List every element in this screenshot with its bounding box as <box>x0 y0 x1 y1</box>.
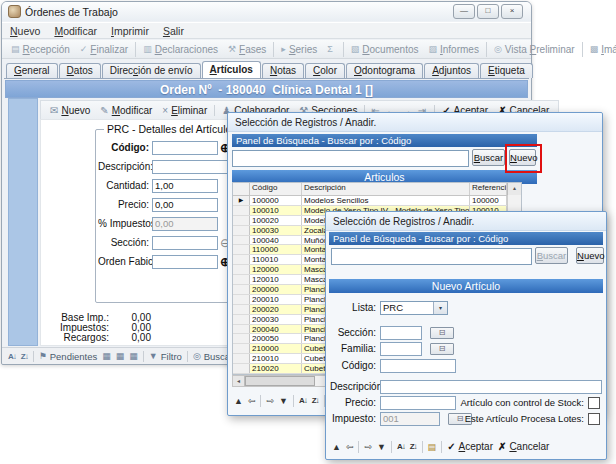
scroll-left-icon[interactable]: ◂ <box>233 376 245 386</box>
toolbar-button-label: Fases <box>239 44 266 55</box>
lotes-checkbox[interactable] <box>588 413 600 425</box>
restore-button[interactable]: □ <box>477 4 499 19</box>
familia-browse-button[interactable]: ⊟ <box>430 343 454 355</box>
tab-general[interactable]: General <box>6 63 58 78</box>
column-header-descripcion[interactable]: Descripción <box>302 183 470 195</box>
codigo-field[interactable] <box>380 359 456 373</box>
nuevo-button[interactable]: Nuevo <box>576 247 604 264</box>
close-button[interactable]: × <box>501 4 523 19</box>
cancelar-button[interactable]: ✗ Cancelar <box>498 441 549 452</box>
sort-az-icon[interactable]: A↓ <box>397 442 405 451</box>
scroll-up-icon[interactable]: ▴ <box>507 183 521 195</box>
dialog-titlebar[interactable]: Selección de Registros / Anadir. <box>228 113 602 132</box>
vista-preliminar-button[interactable]: ◎ Vista Preliminar <box>486 42 580 57</box>
menu-item-nuevo[interactable]: Nuevo <box>10 25 40 37</box>
first-record-icon[interactable]: ▲ <box>234 396 243 406</box>
last-record-icon[interactable]: ▼ <box>279 396 288 406</box>
lista-select[interactable]: PRC ▾ <box>380 301 448 315</box>
documentos-button[interactable]: ▧ Documentos <box>343 42 424 57</box>
finalizar-button[interactable]: ✓ Finalizar <box>75 42 133 57</box>
seccion-browse-button[interactable]: ⊟ <box>430 327 454 339</box>
sort-az-icon[interactable]: A↓ <box>8 352 16 361</box>
informes-button[interactable]: ▨ Informes <box>423 42 483 57</box>
menu-item-modificar[interactable]: Modificar <box>54 25 97 37</box>
tab-etiqueta[interactable]: Etiqueta <box>480 63 533 78</box>
grid-view-icon[interactable]: ▦ <box>102 351 111 361</box>
prev-record-icon[interactable]: ⇦ <box>346 442 354 452</box>
search-input[interactable] <box>232 150 469 167</box>
nuevo-button[interactable]: ✉ Nuevo <box>45 105 95 116</box>
lista-value: PRC <box>381 302 433 314</box>
seccion-field[interactable] <box>380 326 422 340</box>
check-icon: ✓ <box>447 441 455 452</box>
column-header-referencia[interactable]: Referencia <box>470 183 507 195</box>
declaraciones-button[interactable]: ▥ Declaraciones <box>135 42 223 57</box>
modificar-button[interactable]: ✎ Modificar <box>95 105 157 116</box>
series-button[interactable]: ▸ Series <box>273 42 322 57</box>
chevron-down-icon[interactable]: ▾ <box>433 302 447 314</box>
column-header-codigo[interactable]: Código <box>250 183 302 195</box>
seccion-field[interactable] <box>152 236 218 250</box>
descripcion-field[interactable] <box>152 160 238 174</box>
familia-field[interactable] <box>380 342 422 356</box>
total-recargos-row: Recargos: 0,00 <box>43 332 151 343</box>
minimize-button[interactable]: — <box>453 4 475 19</box>
aceptar-button[interactable]: ✓ Aceptar <box>447 441 493 452</box>
tab-notas[interactable]: Notas <box>262 63 304 78</box>
grid-view-icon[interactable]: ▦ <box>116 351 125 361</box>
filtro-button[interactable]: ▼ Filtro <box>149 351 182 362</box>
tab-articulos[interactable]: Artículos <box>202 61 261 78</box>
codigo-field[interactable] <box>152 141 218 155</box>
grid-view-icon[interactable]: ▦ <box>129 351 138 361</box>
new-article-dialog: Selección de Registros / Anadir. Panel d… <box>325 211 607 460</box>
window-titlebar[interactable]: Órdenes de Trabajo — □ × <box>2 2 531 21</box>
lotes-checkbox-row: Este Artículo Procesa Lotes: <box>465 411 600 426</box>
orden-fabrica-field[interactable] <box>152 255 218 269</box>
buscar-button[interactable]: Buscar <box>472 149 505 166</box>
imagenes-button[interactable]: ▩ Imágenes <box>582 42 616 57</box>
menu-item-salir[interactable]: Salir <box>163 25 184 37</box>
tab-bar: GeneralDatosDirección de envíoArtículosN… <box>4 59 529 79</box>
search-icon: ◎ <box>193 351 201 361</box>
scrollbar-thumb[interactable] <box>245 376 315 386</box>
notebook-icon[interactable]: ▤ <box>428 442 437 452</box>
stock-checkbox[interactable] <box>588 397 600 409</box>
prev-record-icon[interactable]: ⇦ <box>248 396 256 406</box>
impuesto-label: Impuesto: <box>330 413 376 424</box>
eliminar-button[interactable]: × Eliminar <box>157 105 212 116</box>
nuevo-button[interactable]: Nuevo <box>509 149 536 166</box>
next-record-icon[interactable]: ⇨ <box>266 396 274 406</box>
toolbar-button-label: Informes <box>440 44 479 55</box>
tab-color[interactable]: Color <box>305 63 345 78</box>
dialog-toolbar: ▲ ⇦ ⇨ ▼ A↓ Z↓ ▤ ✓ Aceptar ✗ Cancelar <box>332 438 549 455</box>
recargos-value: 0,00 <box>109 332 151 343</box>
table-row[interactable]: ▶ 100000 Modelos Sencillos 100000 <box>233 196 521 206</box>
sort-za-icon[interactable]: Z↓ <box>312 396 319 405</box>
last-record-icon[interactable]: ▼ <box>377 442 386 452</box>
orden-fabrica-label: Orden Fabica.: <box>98 256 149 267</box>
dialog-titlebar[interactable]: Selección de Registros / Anadir. <box>326 212 606 231</box>
search-input[interactable] <box>331 248 532 265</box>
descripcion-field[interactable] <box>380 380 602 394</box>
next-record-icon[interactable]: ⇨ <box>364 442 372 452</box>
recepcion-button[interactable]: ▤ Recepción <box>6 42 75 57</box>
sort-za-icon[interactable]: Z↓ <box>410 442 417 451</box>
tab-datos[interactable]: Datos <box>59 63 101 78</box>
cantidad-field[interactable] <box>152 179 218 193</box>
tab-direccion-de-envio[interactable]: Dirección de envío <box>102 63 201 78</box>
main-toolbar: ▤ Recepción ✓ Finalizar ▥ Declaraciones … <box>2 40 531 59</box>
sort-za-icon[interactable]: Z↓ <box>21 352 28 361</box>
precio-field[interactable] <box>380 396 456 410</box>
row-marker <box>233 325 250 334</box>
phases-icon: ⚒ <box>228 44 236 54</box>
sort-az-icon[interactable]: A↓ <box>299 396 307 405</box>
pendientes-button[interactable]: ⚑ Pendientes <box>39 351 98 362</box>
sigma-button[interactable]: Σ <box>322 42 341 57</box>
first-record-icon[interactable]: ▲ <box>332 442 341 452</box>
fases-button[interactable]: ⚒ Fases <box>223 42 271 57</box>
tab-odontograma[interactable]: Odontograma <box>346 63 423 78</box>
cell-codigo: 100030 <box>250 226 302 235</box>
precio-field[interactable] <box>152 198 218 212</box>
menu-item-imprimir[interactable]: Imprimir <box>111 25 149 37</box>
tab-adjuntos[interactable]: Adjuntos <box>424 63 479 78</box>
